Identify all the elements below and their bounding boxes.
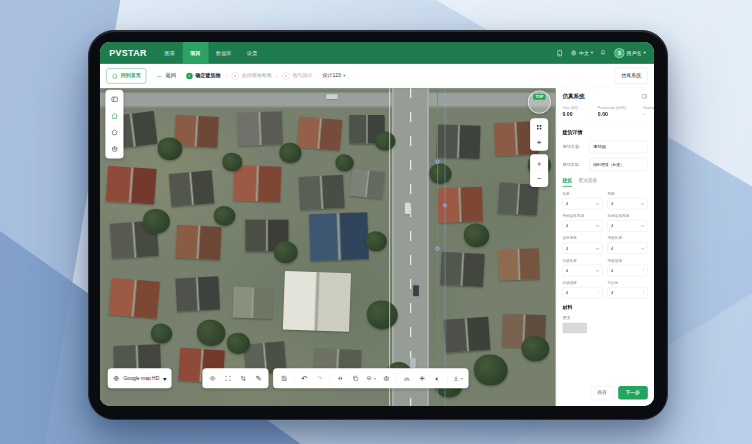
view-compass[interactable]: TOP — [528, 90, 551, 113]
tab-building[interactable]: 建筑 — [562, 177, 572, 186]
locate-button[interactable]: ⌖ — [532, 134, 546, 149]
zoom-control-card: ＋ − — [530, 154, 548, 187]
contrast-button[interactable]: ◐ — [430, 371, 445, 386]
language-selector[interactable]: 中文 ▾ — [570, 50, 593, 57]
map-house — [283, 271, 351, 332]
next-step-button[interactable]: 下一步 — [618, 386, 648, 399]
prism-3d-button[interactable] — [108, 142, 121, 155]
param-input[interactable]: 4° — [607, 287, 647, 299]
nav-tab-settings[interactable]: 设置 — [239, 42, 265, 64]
draw-button[interactable]: ✎ — [251, 371, 266, 386]
copy-icon — [352, 375, 359, 382]
select-area-button[interactable] — [220, 371, 235, 386]
fit-view-button[interactable] — [532, 120, 546, 135]
redo-button[interactable]: ↷ — [312, 371, 327, 386]
pentagon-icon — [111, 129, 119, 137]
param-input[interactable]: 4° — [607, 265, 647, 277]
param-input[interactable]: 4m — [607, 242, 647, 254]
crop-button[interactable] — [235, 371, 250, 386]
step-module-layout[interactable]: 光伏模块布局 — [231, 72, 271, 79]
bell-icon[interactable] — [600, 49, 608, 57]
param-label: 南坡长度 — [607, 236, 647, 241]
step-check-icon: ✓ — [186, 73, 193, 80]
param-input[interactable]: 4m — [562, 198, 602, 210]
param-unit: m — [596, 246, 599, 250]
map-car — [413, 285, 419, 296]
building-type-select[interactable]: 倾斜屋顶（标准） — [589, 158, 647, 171]
design-selector[interactable]: 设计123 ▾ — [322, 72, 345, 79]
globe-icon — [570, 50, 577, 57]
terrain-button[interactable] — [399, 371, 414, 386]
marketing-background: PVSTAR 图表 项目 数据库 设置 中文 — [0, 0, 752, 444]
param-value: 4 — [566, 224, 568, 229]
param-unit: m — [596, 224, 599, 228]
param-unit: m — [596, 201, 599, 205]
building-name-input[interactable]: 建筑物 — [589, 140, 647, 153]
basemap-selector[interactable]: Google map HD ▾ — [108, 368, 172, 388]
map-tree — [429, 164, 451, 185]
collapse-panel-icon[interactable] — [641, 93, 648, 100]
visibility-button[interactable] — [205, 371, 220, 386]
nav-tab-charts[interactable]: 图表 — [157, 42, 183, 64]
prism-icon — [111, 145, 119, 153]
undo-button[interactable]: ↶ — [297, 371, 312, 386]
zoom-in-button[interactable]: ＋ — [532, 156, 546, 171]
roof-material-swatch[interactable] — [562, 323, 587, 333]
roof-material-label: 屋顶 — [562, 315, 647, 320]
draw-polygon-button[interactable] — [108, 126, 121, 139]
sun-simulation-button[interactable]: ☀ — [414, 371, 429, 386]
screenshot-button[interactable] — [379, 371, 394, 386]
save-button[interactable] — [276, 371, 291, 386]
copy-button[interactable] — [348, 371, 363, 386]
top-navbar: PVSTAR 图表 项目 数据库 设置 中文 — [100, 42, 654, 64]
param-value: 4 — [611, 268, 613, 273]
param-input[interactable]: 4m — [562, 220, 602, 232]
nav-tab-projects[interactable]: 项目 — [183, 42, 209, 64]
map-canvas[interactable]: TOP ⌖ ＋ − — [100, 88, 556, 406]
param-input[interactable]: 4m — [607, 220, 647, 232]
left-tool-palette — [105, 90, 123, 159]
map-car — [326, 94, 338, 99]
eye-icon — [209, 375, 216, 382]
map-car — [410, 357, 416, 368]
param-input[interactable]: 4m — [562, 265, 602, 277]
step-electrical-design[interactable]: 电气设计 — [282, 72, 312, 79]
download-button[interactable]: ▾ — [450, 371, 465, 386]
map-house — [175, 276, 220, 311]
building-name-label: 建筑名称 — [562, 144, 586, 150]
back-button[interactable]: ← 返回 — [156, 72, 176, 79]
step-label: 光伏模块布局 — [241, 72, 271, 79]
device-icon[interactable] — [556, 49, 564, 57]
home-view-button[interactable] — [108, 109, 121, 122]
step-define-building[interactable]: ✓ 确定建筑物 — [186, 72, 220, 79]
map-tree — [279, 143, 301, 164]
workflow-steps: ✓ 确定建筑物 › 光伏模块布局 › 电气设计 — [186, 72, 312, 79]
map-tree — [375, 131, 396, 150]
back-home-label: 回到首页 — [121, 72, 141, 79]
chevron-down-icon: ▾ — [163, 375, 166, 382]
back-arrow-icon: ← — [156, 72, 162, 79]
param-label: 北坡长度 — [562, 258, 602, 263]
simulation-system-button[interactable]: 仿真系统 — [615, 68, 648, 84]
tab-roof-overhang[interactable]: 屋顶悬垂 — [578, 177, 597, 186]
chevron-down-icon: ▾ — [591, 50, 593, 55]
layers-button[interactable]: ▾ — [363, 371, 378, 386]
param-label: 高度 — [607, 191, 647, 196]
user-menu[interactable]: S 用户名 ▾ — [615, 48, 646, 58]
param-input[interactable]: 4° — [562, 287, 602, 299]
map-house — [174, 115, 219, 148]
back-home-button[interactable]: 回到首页 — [106, 68, 146, 83]
zoom-out-button[interactable]: − — [532, 170, 546, 185]
crop-icon — [240, 375, 247, 382]
save-button[interactable]: 保存 — [590, 386, 614, 400]
nav-tab-database[interactable]: 数据库 — [208, 42, 239, 64]
param-value: 4 — [566, 201, 568, 206]
layers-icon — [366, 375, 373, 382]
mirror-button[interactable] — [332, 371, 347, 386]
building-details-title: 建筑详情 — [562, 129, 647, 136]
param-input[interactable]: 4m — [562, 242, 602, 254]
layout-panel-button[interactable] — [108, 93, 121, 106]
cad-guide-line — [445, 88, 446, 406]
param-input[interactable]: 4m — [607, 198, 647, 210]
undo-icon: ↶ — [301, 375, 307, 382]
